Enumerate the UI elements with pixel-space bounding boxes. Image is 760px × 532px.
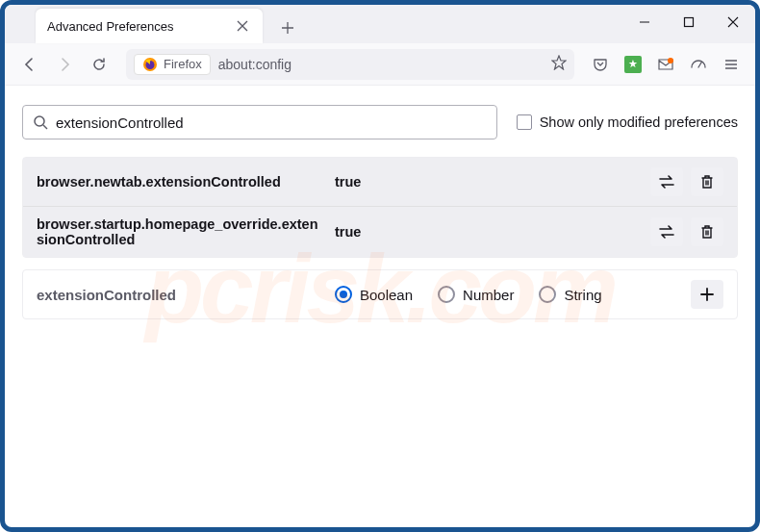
- toggle-button[interactable]: [650, 217, 683, 246]
- radio-number[interactable]: Number: [438, 286, 514, 303]
- add-button[interactable]: [691, 280, 723, 309]
- back-button[interactable]: [14, 49, 45, 80]
- radio-icon: [438, 286, 455, 303]
- maximize-button[interactable]: [667, 5, 711, 39]
- pref-value: true: [335, 174, 639, 190]
- search-box[interactable]: [22, 105, 497, 139]
- close-tab-icon[interactable]: [234, 17, 251, 35]
- firefox-icon: [142, 57, 158, 72]
- window-close-button[interactable]: [711, 5, 755, 39]
- new-pref-name: extensionControlled: [37, 287, 323, 303]
- pocket-icon[interactable]: [586, 50, 615, 79]
- dashboard-icon[interactable]: [684, 50, 713, 79]
- search-icon: [33, 114, 48, 130]
- identity-box[interactable]: Firefox: [134, 54, 211, 75]
- browser-tab[interactable]: Advanced Preferences: [36, 9, 263, 43]
- svg-point-3: [668, 58, 673, 63]
- preferences-table: browser.newtab.extensionControlled true …: [22, 157, 738, 258]
- type-radio-group: Boolean Number String: [335, 286, 679, 303]
- forward-button[interactable]: [49, 49, 80, 80]
- pref-name: browser.newtab.extensionControlled: [37, 174, 323, 190]
- radio-string[interactable]: String: [539, 286, 601, 303]
- content-area: Show only modified preferences browser.n…: [5, 86, 755, 339]
- pref-row[interactable]: browser.newtab.extensionControlled true: [23, 158, 737, 206]
- delete-button[interactable]: [691, 167, 723, 196]
- pref-value: true: [335, 224, 639, 240]
- inbox-icon[interactable]: [651, 50, 680, 79]
- delete-button[interactable]: [691, 217, 723, 246]
- url-bar[interactable]: Firefox about:config: [126, 49, 574, 80]
- window-controls: [622, 5, 755, 43]
- reload-button[interactable]: [84, 49, 114, 80]
- svg-point-4: [35, 116, 44, 126]
- radio-icon: [539, 286, 556, 303]
- pref-name: browser.startup.homepage_override.extens…: [37, 216, 323, 247]
- url-text: about:config: [218, 57, 544, 72]
- identity-label: Firefox: [164, 57, 202, 71]
- filter-checkbox-row[interactable]: Show only modified preferences: [517, 114, 738, 130]
- titlebar: Advanced Preferences: [5, 5, 755, 43]
- toolbar: Firefox about:config ★: [5, 43, 755, 86]
- svg-rect-0: [685, 18, 694, 27]
- search-input[interactable]: [56, 114, 487, 131]
- tab-title: Advanced Preferences: [47, 19, 234, 34]
- bookmark-star-icon[interactable]: [551, 55, 567, 74]
- toggle-button[interactable]: [650, 167, 683, 196]
- new-pref-row: extensionControlled Boolean Number Strin…: [22, 269, 738, 319]
- filter-label: Show only modified preferences: [540, 114, 738, 130]
- new-tab-button[interactable]: [272, 13, 303, 43]
- menu-button[interactable]: [717, 50, 746, 79]
- extension-icon[interactable]: ★: [619, 50, 647, 79]
- pref-row[interactable]: browser.startup.homepage_override.extens…: [23, 206, 737, 257]
- radio-boolean[interactable]: Boolean: [335, 286, 413, 303]
- filter-checkbox[interactable]: [517, 114, 532, 130]
- radio-icon: [335, 286, 352, 303]
- minimize-button[interactable]: [622, 5, 667, 39]
